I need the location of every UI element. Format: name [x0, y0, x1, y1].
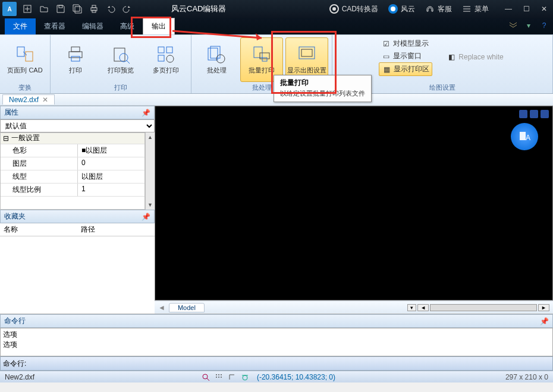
svg-rect-33	[262, 58, 267, 61]
qat-new-icon[interactable]	[20, 2, 34, 16]
document-tab-close-icon[interactable]: ✕	[42, 96, 48, 104]
status-tool-search-icon[interactable]	[201, 372, 210, 382]
properties-scrollbar[interactable]: ▲ ▼	[145, 132, 155, 210]
ribbon-group-convert: 页面到 CAD 变换	[0, 35, 51, 93]
collapse-icon[interactable]: ⊟	[1, 133, 11, 144]
ribbon-tab-file[interactable]: 文件	[5, 18, 36, 34]
svg-point-38	[203, 374, 208, 379]
scroll-up-icon[interactable]: ▲	[146, 132, 155, 142]
svg-rect-21	[114, 48, 125, 61]
converter-icon	[329, 4, 340, 14]
plot-settings-icon	[297, 45, 317, 65]
btn-page-to-cad[interactable]: 页面到 CAD	[4, 37, 46, 82]
status-tool-ortho-icon[interactable]	[227, 372, 237, 382]
qat-saveall-icon[interactable]	[70, 2, 84, 16]
drawing-canvas[interactable]: A	[155, 106, 553, 301]
batch-print-icon	[252, 45, 272, 65]
property-row[interactable]: 线型比例1	[1, 184, 144, 197]
ribbon-tab-advanced[interactable]: 高级	[112, 18, 143, 34]
svg-rect-19	[71, 47, 80, 52]
qat-save-icon[interactable]	[54, 2, 68, 16]
page-to-cad-icon	[15, 45, 35, 65]
svg-text:A: A	[526, 134, 530, 142]
favorites-col-name[interactable]: 名称	[0, 223, 77, 236]
status-filename: New2.dxf	[0, 373, 39, 381]
minimize-button[interactable]: —	[499, 1, 517, 17]
document-tab[interactable]: New2.dxf ✕	[2, 94, 55, 105]
view-cube-icon: A	[517, 129, 532, 144]
pin-icon[interactable]: 📌	[540, 317, 549, 325]
menu-icon	[461, 4, 472, 14]
hscroll-track[interactable]	[430, 304, 537, 311]
hscroll-right-icon[interactable]: ►	[538, 304, 549, 311]
link-fengyun[interactable]: 风云	[388, 4, 415, 14]
qat-undo-icon[interactable]	[103, 2, 118, 16]
panel-favorites-header[interactable]: 收藏夹 📌	[0, 210, 155, 223]
link-support[interactable]: 客服	[425, 4, 452, 14]
chk-model-display[interactable]: ☑对模型显示	[379, 37, 432, 50]
svg-point-22	[120, 53, 128, 62]
btn-print[interactable]: 打印	[54, 37, 97, 82]
qat-print-icon[interactable]	[87, 2, 101, 16]
ribbon-dropdown-icon[interactable]: ▾	[523, 20, 534, 31]
qat-redo-icon[interactable]	[120, 2, 134, 16]
status-coordinates: (-20.36415; 10.43823; 0)	[253, 373, 339, 381]
ribbon-tab-viewer[interactable]: 查看器	[36, 18, 74, 34]
status-tool-grid-icon[interactable]	[214, 372, 224, 382]
properties-grid: ⊟ 一般设置 色彩■以图层 图层0 线型以图层 线型比例1	[0, 132, 145, 210]
ribbon-tab-editor[interactable]: 编辑器	[74, 18, 112, 34]
svg-rect-36	[520, 132, 526, 140]
checkbox-icon: ☑	[381, 39, 391, 49]
scroll-down-icon[interactable]: ▼	[146, 200, 155, 210]
svg-line-23	[127, 61, 130, 64]
command-panel: 命令行 📌 选项 选项 命令行:	[0, 314, 553, 371]
pin-icon[interactable]: 📌	[142, 213, 150, 221]
ribbon-tab-output[interactable]: 输出	[143, 18, 175, 34]
svg-rect-5	[92, 5, 96, 8]
favorites-columns: 名称 路径	[0, 223, 155, 236]
property-row[interactable]: 图层0	[1, 157, 144, 170]
print-icon	[65, 45, 86, 65]
maximize-button[interactable]: ☐	[517, 1, 535, 17]
property-row[interactable]: 线型以图层	[1, 170, 144, 184]
svg-point-41	[218, 374, 219, 375]
link-menu[interactable]: 菜单	[461, 4, 489, 14]
headset-icon	[425, 4, 435, 14]
qat-open-icon[interactable]	[37, 2, 51, 16]
link-cad-converter[interactable]: CAD转换器	[329, 4, 378, 14]
svg-rect-31	[254, 47, 262, 58]
svg-point-43	[216, 377, 217, 378]
favorites-col-path[interactable]: 路径	[77, 223, 155, 236]
command-input[interactable]	[26, 358, 550, 369]
view-cube-badge[interactable]: A	[511, 123, 538, 150]
chk-show-window[interactable]: ▭显示窗口	[379, 50, 432, 62]
viewport-min-icon[interactable]	[519, 110, 527, 118]
layout-tab-menu-icon[interactable]: ▾	[407, 304, 416, 311]
layout-tab-prev-icon[interactable]: ◄	[158, 304, 165, 312]
panel-properties-header[interactable]: 属性 📌	[0, 106, 155, 119]
properties-section[interactable]: ⊟ 一般设置	[1, 133, 144, 144]
command-panel-header[interactable]: 命令行 📌	[0, 314, 553, 328]
close-button[interactable]: ✕	[535, 1, 553, 17]
status-tool-tangent-icon[interactable]	[240, 372, 250, 382]
layout-tab-model[interactable]: Model	[169, 303, 205, 312]
svg-point-40	[216, 374, 217, 375]
viewport-max-icon[interactable]	[530, 110, 538, 118]
btn-multi-print[interactable]: 多页打印	[144, 37, 187, 82]
btn-batch[interactable]: 批处理	[195, 37, 238, 82]
property-row[interactable]: 色彩■以图层	[1, 144, 144, 157]
viewport-close-icon[interactable]	[541, 110, 549, 118]
ribbon-customize-icon[interactable]	[508, 20, 519, 31]
chk-show-print-area[interactable]: ▦显示打印区	[379, 62, 432, 76]
chk-replace-white[interactable]: ◧Replace white	[444, 51, 505, 63]
pin-icon[interactable]: 📌	[142, 109, 150, 117]
ribbon-help-icon[interactable]: ?	[539, 20, 549, 31]
batch-icon	[206, 45, 227, 65]
svg-rect-26	[158, 55, 164, 61]
svg-point-44	[218, 377, 219, 378]
properties-selector[interactable]: 默认值	[0, 119, 155, 132]
btn-print-preview[interactable]: 打印预览	[99, 37, 142, 82]
svg-rect-3	[59, 5, 62, 8]
app-title: 风云CAD编辑器	[171, 4, 226, 14]
hscroll-left-icon[interactable]: ◄	[417, 304, 429, 311]
